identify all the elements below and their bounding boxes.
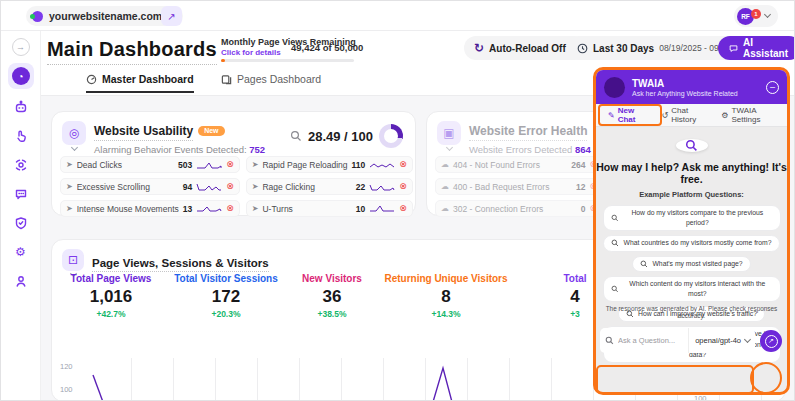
model-selector[interactable]: openai/gpt-4o bbox=[688, 328, 750, 353]
monthly-views-progressbar bbox=[221, 59, 354, 62]
error-row[interactable]: ☁ 404 - Not Found Errors264 ⊗ bbox=[435, 156, 603, 173]
site-favicon-icon bbox=[32, 11, 43, 22]
errors-count: 864 bbox=[575, 144, 591, 155]
usability-rows: ➤ Dead Clicks503 ⊗ ➤ Rapid Page Reloadin… bbox=[60, 156, 409, 217]
tab-new-chat[interactable]: ✎ New Chat bbox=[602, 106, 652, 124]
chat-input-row: openai/gpt-4o bbox=[600, 328, 755, 353]
usability-row[interactable]: ➤ U-Turns10 ⊗ bbox=[246, 200, 413, 217]
chat-subtitle: Ask her Anything Website Related bbox=[632, 90, 738, 97]
usability-row[interactable]: ➤ Excessive Scrolling94 ⊗ bbox=[60, 178, 240, 195]
send-button[interactable]: ↗ bbox=[760, 330, 782, 352]
examples-label: Example Platform Questions: bbox=[639, 190, 744, 199]
sidebar-expand-button[interactable]: → bbox=[12, 38, 30, 56]
clock-icon bbox=[577, 43, 588, 54]
usability-card-icon: ◎ bbox=[62, 121, 86, 145]
chat-search-button[interactable] bbox=[676, 139, 708, 152]
usability-title: Website Usability bbox=[94, 124, 193, 141]
search-icon bbox=[685, 139, 698, 152]
chat-tabs: ✎ New Chat ↺ Chat History ⚙ TWAIA Settin… bbox=[596, 104, 787, 127]
pointer-icon bbox=[14, 129, 28, 143]
sidebar-item-profile[interactable] bbox=[10, 270, 32, 292]
app-window: yourwebsitename.com ↗ RF 1 → ◔ bbox=[0, 0, 795, 401]
minimize-chat-button[interactable]: – bbox=[766, 81, 779, 94]
tab-master-dashboard[interactable]: Master Dashboard bbox=[86, 73, 194, 93]
collapse-chevron-icon[interactable] bbox=[445, 144, 452, 151]
eye-target-icon bbox=[14, 158, 28, 172]
error-health-subtitle: Website Errors Detected 864 bbox=[469, 144, 591, 155]
collapse-chevron-icon[interactable] bbox=[70, 144, 77, 151]
search-icon bbox=[605, 336, 614, 345]
stat-new-visitors: New Visitors 36 +38.5% bbox=[282, 273, 382, 319]
cloud-icon: ☁ bbox=[441, 182, 449, 191]
user-menu[interactable]: RF 1 bbox=[734, 5, 778, 27]
usability-row[interactable]: ➤ Intense Mouse Movements13 ⊗ bbox=[60, 200, 240, 217]
question-chip[interactable]: What's my most visited page? bbox=[632, 256, 750, 272]
domain-selector[interactable]: yourwebsitename.com bbox=[26, 6, 183, 26]
sidebar-item-security[interactable] bbox=[10, 212, 32, 234]
arrow-right-icon: → bbox=[16, 42, 25, 52]
send-arrow-icon: ↗ bbox=[765, 335, 778, 348]
alert-icon: ⊗ bbox=[226, 204, 234, 213]
chat-body: How may I help? Ask me anything! It's fr… bbox=[596, 127, 787, 358]
error-row[interactable]: ☁ 400 - Bad Request Errors12 ⊗ bbox=[435, 178, 603, 195]
sidebar-item-behavior[interactable] bbox=[10, 125, 32, 147]
sidebar-item-recordings[interactable] bbox=[10, 154, 32, 176]
gear-icon: ⚙ bbox=[15, 245, 26, 259]
stat-total-visitor-sessions: Total Visitor Sessions 172 +20.3% bbox=[172, 273, 280, 319]
user-avatar: RF 1 bbox=[737, 8, 754, 25]
sidebar-item-feedback[interactable] bbox=[10, 183, 32, 205]
alert-icon: ⊗ bbox=[399, 182, 407, 191]
open-site-button[interactable]: ↗ bbox=[161, 6, 182, 26]
usability-score: 28.49 / 100 bbox=[308, 129, 373, 144]
robot-icon bbox=[14, 100, 28, 114]
events-count: 752 bbox=[249, 144, 265, 155]
pageviews-card-icon: ⊡ bbox=[62, 249, 84, 271]
stat-total-page-views: Total Page Views 1,016 +42.7% bbox=[57, 273, 165, 319]
pageviews-title: Page Views, Sessions & Visitors bbox=[92, 257, 269, 272]
dashboard-pie-icon: ◔ bbox=[12, 67, 30, 85]
right-chart-tick: 100 bbox=[694, 394, 707, 401]
chevron-down-icon bbox=[764, 11, 771, 18]
question-chip[interactable]: How do my visitors compare to the previo… bbox=[603, 205, 781, 231]
question-chip[interactable]: Which content do my visitors interact wi… bbox=[603, 276, 781, 302]
page-title: Main Dashboards bbox=[47, 38, 217, 65]
domain-name: yourwebsitename.com bbox=[49, 10, 162, 22]
twaia-avatar bbox=[604, 77, 625, 98]
zoom-score-icon bbox=[290, 130, 302, 142]
cloud-icon: ☁ bbox=[441, 204, 449, 213]
error-row[interactable]: ☁ 302 - Connection Errors0 ⊗ bbox=[435, 200, 603, 217]
sparkline bbox=[196, 159, 222, 170]
usability-row[interactable]: ➤ Rapid Page Reloading110 ⊗ bbox=[246, 156, 413, 173]
sidebar-item-dashboards[interactable]: ◔ bbox=[8, 63, 34, 89]
usability-score-donut bbox=[379, 124, 403, 148]
chat-question-input[interactable] bbox=[618, 336, 680, 345]
page-header: Main Dashboards Monthly Page Views Remai… bbox=[41, 31, 795, 67]
ai-assistant-button[interactable]: AI Assistant bbox=[718, 36, 795, 60]
refresh-icon: ↻ bbox=[474, 41, 484, 55]
monthly-views-value: 49,424 of 50,000 bbox=[291, 42, 363, 53]
person-icon bbox=[14, 274, 28, 288]
tab-pages-dashboard[interactable]: Pages Dashboard bbox=[221, 73, 321, 93]
shield-check-icon bbox=[14, 216, 28, 230]
alert-icon: ⊗ bbox=[399, 204, 407, 213]
chat-heading: How may I help? Ask me anything! It's fr… bbox=[596, 161, 787, 185]
sidebar-item-ai-bot[interactable] bbox=[10, 96, 32, 118]
topbar: yourwebsitename.com ↗ RF 1 bbox=[1, 1, 795, 31]
sparkline bbox=[369, 181, 395, 192]
sidebar-item-settings[interactable]: ⚙ bbox=[10, 241, 32, 263]
notification-badge: 1 bbox=[751, 9, 761, 19]
cursor-icon: ➤ bbox=[252, 204, 259, 213]
usability-row[interactable]: ➤ Rage Clicking22 ⊗ bbox=[246, 178, 413, 195]
search-spark-icon bbox=[611, 214, 619, 222]
tab-chat-history[interactable]: ↺ Chat History bbox=[656, 106, 712, 124]
new-badge: New bbox=[198, 126, 224, 136]
external-link-icon: ↗ bbox=[167, 11, 175, 22]
website-usability-card: ◎ Website UsabilityNew Alarming Behavior… bbox=[51, 111, 416, 216]
usability-row[interactable]: ➤ Dead Clicks503 ⊗ bbox=[60, 156, 240, 173]
tab-twaia-settings[interactable]: ⚙ TWAIA Settings bbox=[715, 106, 781, 124]
alert-icon: ⊗ bbox=[399, 160, 407, 169]
ai-disclaimer: The response was generated by AI. Please… bbox=[596, 305, 787, 319]
question-chip[interactable]: What countries do my visitors mostly com… bbox=[603, 235, 779, 251]
dashboard-icon bbox=[86, 74, 97, 85]
sparkline bbox=[196, 203, 222, 214]
